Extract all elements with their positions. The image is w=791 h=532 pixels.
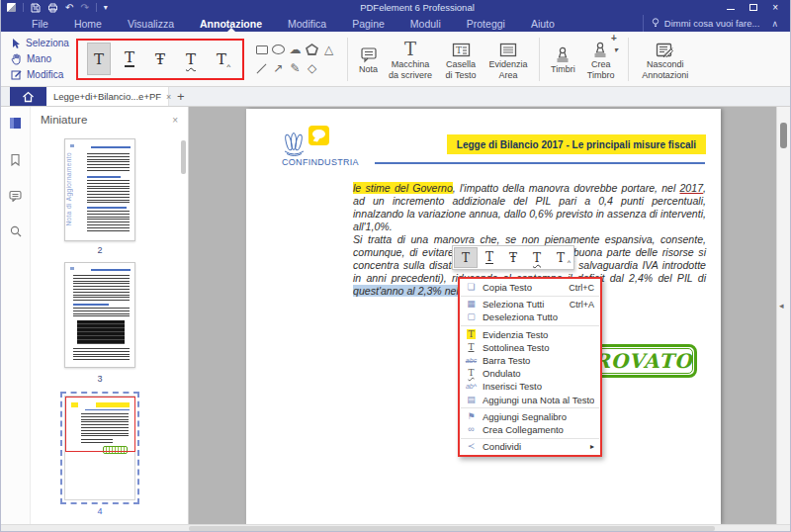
thumbnail-page-4-selected[interactable] bbox=[60, 392, 139, 504]
bookmark-icon: ⚑ bbox=[464, 412, 479, 421]
menu-ondulato[interactable]: TOndulato bbox=[460, 367, 600, 380]
mini-squiggly-button[interactable]: T bbox=[525, 247, 549, 268]
menu-barra-testo[interactable]: abcBarra Testo bbox=[460, 354, 600, 367]
cloud-shape-icon[interactable]: ☁ bbox=[290, 44, 302, 55]
share-icon: ≺ bbox=[464, 442, 479, 451]
note-button[interactable]: Nota bbox=[354, 42, 383, 75]
ellipse-shape-icon[interactable] bbox=[272, 44, 285, 54]
thumbnail-label-2: 2 bbox=[64, 245, 135, 255]
squiggly-underline-button[interactable]: T bbox=[179, 43, 203, 75]
home-tab-button[interactable] bbox=[10, 87, 46, 106]
select-tool[interactable]: Seleziona bbox=[11, 36, 76, 50]
menu-home[interactable]: Home bbox=[61, 15, 115, 32]
navigation-rail bbox=[1, 107, 31, 524]
vertical-scrollbar-thumb[interactable] bbox=[780, 123, 787, 148]
menu-aggiungi-nota[interactable]: ▤Aggiungi una Nota al Testo bbox=[460, 394, 600, 406]
mini-highlight-button[interactable]: T bbox=[454, 247, 478, 268]
menu-visualizza[interactable]: Visualizza bbox=[115, 15, 187, 32]
mini-underline-button[interactable]: T bbox=[478, 247, 501, 268]
undo-icon[interactable]: ↶ bbox=[65, 3, 73, 13]
plus-icon: + bbox=[611, 33, 617, 44]
menu-evidenzia-testo[interactable]: TEvidenzia Testo bbox=[460, 328, 600, 341]
menu-pagine[interactable]: Pagine bbox=[339, 15, 397, 32]
paragraph-1: le stime del Governo, l'impatto della ma… bbox=[353, 182, 706, 233]
hide-annotations-button[interactable]: Nascondi Annotazioni bbox=[635, 37, 696, 81]
pencil-draw-icon[interactable]: ✎ bbox=[290, 62, 300, 74]
create-stamp-button[interactable]: +▾ Crea Timbro bbox=[580, 37, 622, 81]
underline-text-button[interactable]: T bbox=[118, 43, 141, 75]
bookmarks-panel-icon[interactable] bbox=[10, 153, 21, 166]
squiggly-icon: T bbox=[464, 369, 479, 378]
thumbnails-panel-icon[interactable] bbox=[9, 117, 22, 130]
copy-icon: ❏ bbox=[464, 283, 479, 292]
divider bbox=[23, 3, 24, 12]
menu-proteggi[interactable]: Proteggi bbox=[454, 15, 518, 32]
thumbnail-page-3[interactable] bbox=[64, 262, 135, 368]
menu-modifica[interactable]: Modifica bbox=[275, 15, 339, 32]
textbox-button[interactable]: T Casella di Testo bbox=[438, 37, 483, 81]
app-logo-icon bbox=[7, 3, 16, 12]
menu-file[interactable]: File bbox=[19, 15, 61, 32]
text-markup-group-highlighted: T T Ŧ T T^ bbox=[76, 39, 244, 80]
line-shape-icon[interactable] bbox=[257, 63, 267, 73]
insert-text-button[interactable]: T^ bbox=[210, 43, 233, 75]
menu-aiuto[interactable]: Aiuto bbox=[518, 15, 568, 32]
menu-sottolinea-testo[interactable]: TSottolinea Testo bbox=[460, 341, 600, 354]
minimize-button[interactable] bbox=[727, 9, 735, 10]
comments-panel-icon[interactable] bbox=[9, 190, 22, 202]
document-area: CONFINDUSTRIA Legge di Bilancio 2017 - L… bbox=[189, 107, 776, 524]
rectangle-shape-icon[interactable] bbox=[256, 45, 268, 54]
menu-inserisci-testo[interactable]: ab^Inserisci Testo bbox=[460, 380, 600, 393]
mini-heading bbox=[87, 176, 121, 178]
new-tab-button[interactable]: + bbox=[169, 87, 193, 106]
typewriter-button[interactable]: T Macchina da scrivere bbox=[383, 37, 438, 81]
maximize-button[interactable] bbox=[749, 4, 757, 11]
assistant-search[interactable]: Dimmi cosa vuoi fare... bbox=[643, 15, 768, 32]
highlight-text-button[interactable]: T bbox=[87, 43, 111, 75]
arrow-shape-icon[interactable]: ↗ bbox=[273, 62, 283, 74]
menu-condividi[interactable]: ≺Condividi▸ bbox=[460, 440, 600, 453]
panel-close-icon[interactable]: × bbox=[172, 115, 178, 126]
hand-tool[interactable]: Mano bbox=[11, 51, 76, 66]
menu-copia-testo[interactable]: ❏Copia TestoCtrl+C bbox=[460, 281, 600, 294]
document-tab[interactable]: Legge+di+Bilancio...e+PF × bbox=[46, 87, 169, 106]
highlight-area-icon bbox=[499, 38, 517, 58]
collapse-ribbon-icon[interactable]: ∧ bbox=[767, 19, 790, 29]
panel-collapse-arrow-icon[interactable]: ◂ bbox=[779, 301, 784, 310]
menu-seleziona-tutti[interactable]: ▦Seleziona TuttiCtrl+A bbox=[460, 298, 600, 310]
shape-tools-group: ☁ △ ↗ ✎ ◇ bbox=[253, 41, 337, 78]
edit-tool[interactable]: Modifica bbox=[11, 67, 76, 82]
caret-icon: ^ bbox=[226, 62, 230, 71]
stamp-icon bbox=[554, 43, 571, 63]
cursor-icon bbox=[11, 38, 21, 49]
dropdown-icon: ▾ bbox=[614, 45, 618, 54]
stamps-button[interactable]: Timbri bbox=[546, 42, 580, 75]
underlined-text: 2017 bbox=[679, 182, 703, 194]
panel-scrollbar[interactable] bbox=[181, 140, 186, 174]
polygon-shape-icon[interactable] bbox=[306, 44, 318, 55]
menu-separator bbox=[461, 407, 599, 408]
triangle-shape-icon[interactable]: △ bbox=[324, 44, 333, 55]
page2-vertical-text: Nota di Aggiornamento bbox=[65, 152, 72, 226]
close-button[interactable]: × bbox=[772, 3, 778, 13]
thumbnail-page-2[interactable]: Nota di Aggiornamento bbox=[64, 138, 135, 241]
menu-aggiungi-segnalibro[interactable]: ⚑Aggiungi Segnalibro bbox=[460, 410, 600, 423]
mini-insert-text-button[interactable]: T^ bbox=[549, 247, 572, 268]
menu-moduli[interactable]: Moduli bbox=[397, 15, 454, 32]
redo-icon[interactable]: ↷ bbox=[80, 3, 88, 13]
horizontal-scrollbar-thumb[interactable] bbox=[189, 526, 715, 531]
strikethrough-text-button[interactable]: Ŧ bbox=[148, 43, 172, 75]
eraser-icon[interactable]: ◇ bbox=[308, 62, 316, 74]
search-panel-icon[interactable] bbox=[10, 225, 22, 237]
mini-strikethrough-button[interactable]: Ŧ bbox=[501, 247, 525, 268]
menu-crea-collegamento[interactable]: ∞Crea Collegamento bbox=[460, 423, 600, 436]
menu-annotazione[interactable]: Annotazione bbox=[187, 15, 275, 32]
highlight-area-button[interactable]: Evidenzia Area bbox=[483, 37, 533, 81]
save-icon[interactable] bbox=[31, 3, 41, 13]
menu-separator bbox=[461, 325, 599, 326]
menu-deseleziona-tutto[interactable]: ▢Deseleziona Tutto bbox=[460, 310, 600, 323]
highlighted-text: le stime del Governo bbox=[353, 182, 453, 194]
highlight-text-icon: T bbox=[464, 330, 479, 339]
print-icon[interactable] bbox=[47, 3, 58, 13]
hand-icon bbox=[11, 53, 22, 65]
